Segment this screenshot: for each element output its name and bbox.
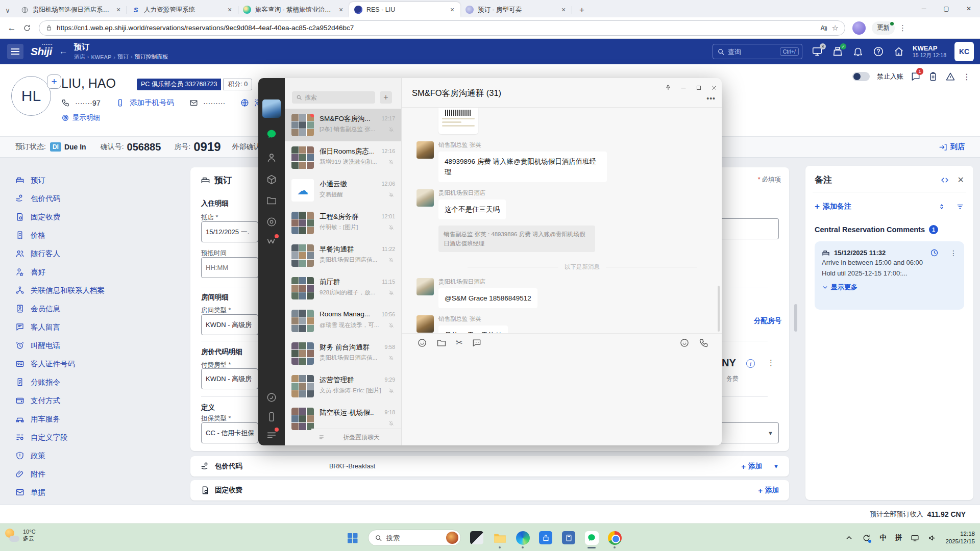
rail-menu-icon[interactable] [266,430,277,441]
back-arrow-icon[interactable]: ← [59,46,68,57]
eta-input[interactable] [201,257,258,278]
sidebar-item[interactable]: 喜好 [6,263,185,281]
taskbar-search-input[interactable] [386,534,442,542]
sidebar-item[interactable]: 客人证件号码 [6,355,185,373]
sidebar-item[interactable]: 支付方式 [6,391,185,410]
app-chrome[interactable] [607,531,622,545]
messages-icon[interactable]: 1 [911,71,921,82]
sidebar-item[interactable]: 预订 [6,171,185,189]
emoji-icon[interactable] [417,338,427,348]
add-avatar-button[interactable]: + [47,74,61,89]
app-file-explorer[interactable] [493,531,507,545]
filter-icon[interactable] [956,203,964,211]
browser-tab[interactable]: 贵阳机场智选假日酒店系统网址导× [15,2,127,17]
sidebar-item[interactable]: 会员信息 [6,299,185,318]
pms-search-input[interactable] [728,48,777,56]
arrival-input[interactable] [201,221,258,242]
code-icon[interactable] [940,176,949,185]
ime-language[interactable]: 中 [879,533,887,542]
chat-list-item[interactable]: SM&FO客房沟...12:17[2条] 销售副总监 张... [285,109,401,141]
app-edge[interactable] [516,531,530,545]
browser-tab[interactable]: S人力资源管理系统× [127,2,238,17]
guarantee-select-fragment[interactable]: ▼ [719,422,779,443]
chat-list-item[interactable]: 工程&房务群12:01付明敏：[图片] [285,207,401,239]
add-mobile-link[interactable]: 添加手机号码 [130,98,174,108]
chat-list-item[interactable]: 运营管理群9:29文员-张源涛-Eric: [图片] [285,370,401,403]
new-tab-button[interactable]: + [575,3,589,17]
rate-info-icon[interactable]: i [746,359,755,368]
sidebar-item[interactable]: 关联信息和联系人档案 [6,281,185,299]
tab-search-icon[interactable]: ∨ [0,3,15,17]
meeting-icon[interactable] [266,216,277,228]
package-add-button[interactable]: +添加 [741,462,762,471]
user-avatar[interactable]: KC [954,42,974,61]
browser-menu-icon[interactable]: ⋮ [899,23,906,33]
sidebar-item[interactable]: 政策 [6,446,185,465]
welink-icon[interactable] [266,236,277,247]
sidebar-item[interactable]: 叫醒电话 [6,336,185,355]
app-wechat-work[interactable] [584,531,599,545]
browser-update-button[interactable]: 更新 [872,21,895,35]
chat-search-input[interactable] [305,94,371,101]
notes-close-icon[interactable]: ✕ [958,175,964,185]
chat-scrollbar[interactable] [718,286,720,332]
fixed-add-button[interactable]: +添加 [758,486,779,495]
pin-icon[interactable] [660,81,676,94]
cashier-icon[interactable]: ✓ [832,46,843,57]
chat-more-icon[interactable]: ••• [706,94,716,103]
mobile-device-icon[interactable] [266,411,277,422]
chat-maximize-icon[interactable] [691,81,706,94]
refresh-icon[interactable] [19,20,35,36]
note-kebab-icon[interactable]: ⋮ [950,249,957,257]
url-text[interactable]: https://cn1.web.ep.shiji.world/reservati… [57,24,816,32]
start-button[interactable] [345,531,359,545]
read-aloud-icon[interactable]: A)) [820,24,826,32]
sidebar-item[interactable]: 分账指令 [6,373,185,391]
browser-tab[interactable]: 旅客查询 - 紫楠旅馆业治安信息管× [238,2,349,17]
departure-input-fragment[interactable] [719,218,779,239]
warning-icon[interactable] [945,71,955,82]
property-block[interactable]: KWEAP 15 12月 12:18 [913,44,946,59]
sidebar-item[interactable]: 自定义字段 [6,428,185,446]
chat-list-item[interactable]: ☁小通云缴12:06交易提醒 [285,174,401,207]
note-clock-icon[interactable] [930,248,939,257]
home-icon[interactable] [893,46,904,57]
app-store[interactable] [538,531,553,545]
tab-close-icon[interactable]: × [226,6,234,14]
sidebar-item[interactable]: 随行客人 [6,244,185,263]
image-message[interactable] [438,108,478,134]
clipboard-icon[interactable] [928,71,938,82]
guarantee-input[interactable] [201,422,258,443]
new-chat-button[interactable]: + [380,91,392,104]
tab-close-icon[interactable]: × [114,6,122,14]
voice-call-icon[interactable] [699,338,709,348]
chat-minimize-icon[interactable] [676,81,691,94]
chat-list-item[interactable]: 财务 前台沟通群9:58贵阳机场假日酒店值... [285,337,401,370]
sidebar-item[interactable]: 包价代码 [6,189,185,208]
window-close-icon[interactable]: ✕ [958,0,980,17]
chat-list-item[interactable]: 前厅群11:15928房间的橙子，放... [285,272,401,305]
chat-list-item[interactable]: 早餐沟通群11:22贵阳机场假日酒店值... [285,239,401,272]
back-icon[interactable]: ← [4,20,19,36]
breadcrumb-reservation[interactable]: 预订 [117,53,133,61]
chat-search-box[interactable] [292,91,375,104]
hamburger-menu-icon[interactable] [7,44,23,59]
breadcrumb-dashboard[interactable]: 预订控制面板 [135,53,168,61]
taskbar-clock[interactable]: 12:182025/12/15 [945,530,975,545]
file-icon[interactable] [436,338,447,348]
package-expand-icon[interactable]: ▼ [773,463,779,469]
device-icon[interactable] [911,534,919,542]
tab-close-icon[interactable]: × [559,6,568,14]
page-scrollbar[interactable] [794,304,797,332]
sidebar-item[interactable]: 用车服务 [6,410,185,428]
sync-icon[interactable] [862,534,871,542]
pms-search-box[interactable]: Ctrl+/ [713,44,802,59]
rate-kebab-icon[interactable]: ⋮ [767,358,775,367]
video-call-icon[interactable] [679,338,690,348]
breadcrumb-property[interactable]: KWEAP [91,54,115,60]
show-details-link[interactable]: 显示明细 [61,113,100,122]
sidebar-item[interactable]: 固定收费 [6,208,185,226]
help-icon[interactable] [873,46,884,57]
add-note-button[interactable]: +添加备注 [815,202,851,212]
wechat-user-avatar[interactable] [262,99,281,118]
